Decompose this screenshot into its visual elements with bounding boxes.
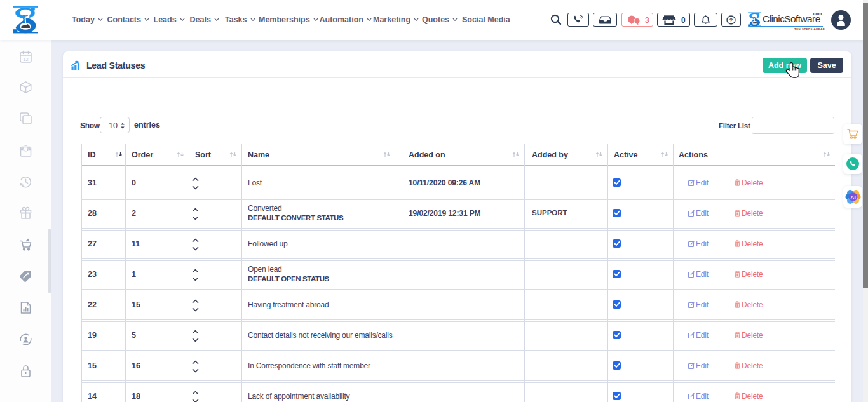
svg-text:12: 12 (23, 57, 28, 62)
svg-text:AI: AI (850, 194, 856, 201)
svg-text:?: ? (729, 17, 733, 23)
